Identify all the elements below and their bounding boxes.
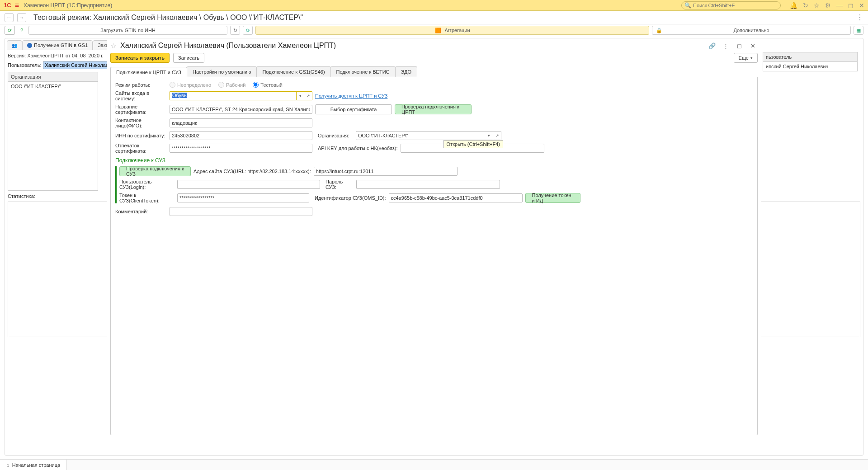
dialog-title: Халипский Сергей Николаевич (Пользовател… [120,42,336,50]
left-tab-gtin[interactable]: Получение GTIN в GS1 [22,40,93,50]
mode-label: Режим работы: [115,82,167,88]
refresh2-button[interactable]: ⟳ [243,26,253,35]
global-search[interactable]: 🔍 [681,1,781,9]
help-button[interactable]: ? [18,26,26,35]
settings-icon[interactable]: ⚙ [825,2,831,9]
menu-dots-icon[interactable]: ⋮ [856,13,863,22]
sites-open-icon[interactable]: ↗ [304,91,312,100]
history2-button[interactable]: ↻ [230,26,240,35]
suz-token-label: Токен к СУЗ(ClientToken): [119,193,175,203]
nav-forward-button[interactable]: → [17,13,26,22]
save-button[interactable]: Записать [173,53,204,63]
choose-cert-button[interactable]: Выбор сертификата [315,104,392,114]
refresh-button[interactable]: ⟳ [5,26,15,35]
org-open-icon[interactable]: ↗ [493,131,501,140]
org-dropdown-icon[interactable]: ▾ [485,131,493,140]
favorite-star-icon[interactable]: ☆ [110,42,117,50]
contact-input[interactable] [170,118,312,127]
left-tab-users[interactable]: 👥 [7,40,22,50]
dot-icon [27,43,32,48]
org-table-row[interactable]: ООО \"ИТ-КЛАСТЕР\" [8,82,98,91]
link-icon[interactable]: 🔗 [707,41,717,50]
inn-label: ИНН по сертификату: [115,133,167,138]
suz-pass-label: Пароль СУЗ: [326,179,354,190]
command-toolbar: ⟳ ? Загрузить GTIN по ИНН ↻ ⟳ 🟧Аггрегаци… [0,24,868,36]
user-dialog: ☆ Халипский Сергей Николаевич (Пользоват… [107,38,761,439]
dialog-menu-icon[interactable]: ⋮ [721,41,731,50]
nav-back-button[interactable]: ← [5,13,14,22]
navbar: ← → Тестовый режим: Халипский Сергей Ник… [0,11,868,24]
comment-label: Комментарий: [115,209,167,214]
tab-edo[interactable]: ЭДО [395,66,418,77]
suz-id-label: Идентификатор СУЗ(OMS_ID): [315,195,386,201]
suz-user-input[interactable] [177,180,320,189]
sites-label: Сайты входа в систему: [115,90,167,101]
titlebar: 1C ≡ Хамелеон ЦРПТ (1С:Предприятие) 🔍 🔔 … [0,0,868,11]
get-access-link[interactable]: Получить доступ к ЦРПТ и СУЗ [315,93,387,99]
sites-dropdown-icon[interactable]: ▾ [296,91,304,100]
additional-button[interactable]: 🔒Дополнительно [652,26,851,35]
maximize-icon[interactable]: ◻ [848,2,854,9]
right-table-row[interactable]: ипский Сергей Николаевич [763,61,858,71]
inn-input[interactable] [170,131,312,140]
mode-work[interactable]: Рабочий [218,82,245,88]
right-table-header: пьзователь [763,52,858,61]
sites-input[interactable] [170,91,296,100]
grid-button[interactable]: ▦ [854,26,863,35]
app-title: Хамелеон ЦРПТ (1С:Предприятие) [24,2,112,9]
tab-gs1[interactable]: Подключение к GS1(GS46) [256,66,330,77]
user-combo[interactable] [43,61,109,69]
cert-name-input[interactable] [170,105,312,114]
comment-input[interactable] [170,207,312,216]
suz-id-input[interactable] [389,193,523,202]
mode-test[interactable]: Тестовый [253,82,283,88]
mode-undefined[interactable]: Неопределено [170,82,211,88]
bell-icon[interactable]: 🔔 [790,2,797,9]
dialog-close-icon[interactable]: ✕ [748,41,758,50]
history-icon[interactable]: ↻ [803,2,808,9]
hamburger-icon[interactable]: ≡ [15,1,19,9]
check-crpt-button[interactable]: Проверка подключения к ЦРПТ [395,104,472,114]
global-search-input[interactable] [693,3,774,8]
tab-vetis[interactable]: Подключение к ВЕТИС [330,66,396,77]
close-icon[interactable]: ✕ [859,2,864,9]
suz-pass-input[interactable] [356,180,500,189]
aggregations-button[interactable]: 🟧Аггрегации [255,26,649,35]
suz-addr-input[interactable] [314,167,458,176]
logo: 1C [4,2,11,9]
thumbprint-input[interactable] [170,144,312,153]
dialog-maximize-icon[interactable]: ◻ [734,41,744,50]
tab-crpt-suz[interactable]: Подключение к ЦРПТ и СУЗ [110,67,187,77]
more-button[interactable]: Еще [734,53,758,63]
cube-icon: 🟧 [435,28,441,33]
org-label: Организация: [318,133,353,138]
cert-name-label: Название сертификата: [115,104,167,115]
org-input[interactable] [356,131,485,140]
org-table-header: Организация [8,72,98,82]
star-icon[interactable]: ☆ [814,2,820,9]
minimize-icon[interactable]: — [836,2,843,9]
thumbprint-label: Отпечаток сертификата: [115,143,167,154]
lock-icon: 🔒 [656,28,662,33]
search-icon: 🔍 [684,2,691,9]
user-combo-label: Пользователь: [8,62,41,68]
suz-token-input[interactable] [177,193,309,202]
save-and-close-button[interactable]: Записать и закрыть [110,53,170,63]
users-icon: 👥 [12,43,17,48]
org-open-tooltip: Открыть (Ctrl+Shift+F4) [443,140,503,148]
get-token-button[interactable]: Получение токен и ИД [525,193,580,203]
contact-label: Контактное лицо(ФИО): [115,118,167,128]
load-gtin-button[interactable]: Загрузить GTIN по ИНН [28,26,227,35]
suz-section-title: Подключение к СУЗ [115,157,753,164]
suz-user-label: Пользователь СУЗ(Login): [119,179,175,190]
apikey-label: API KEY для работы с НК(необяз): [318,146,398,151]
breadcrumb: Тестовый режим: Халипский Сергей Николае… [33,14,303,22]
suz-addr-label: Адрес сайта СУЗ(URL: https://82.202.183.… [193,169,311,174]
check-suz-button[interactable]: Проверка подключения к СУЗ [119,166,191,176]
tab-defaults[interactable]: Настройки по умолчанию [187,66,257,77]
